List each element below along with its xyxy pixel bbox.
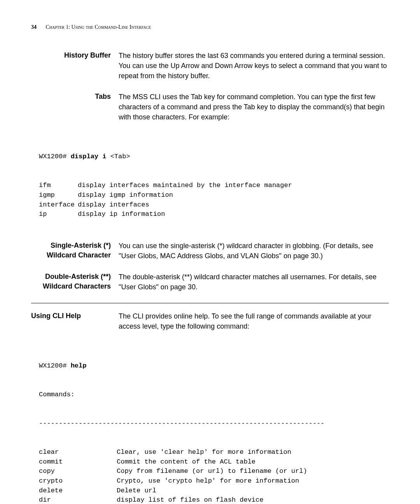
section-body: You can use the single-asterisk (*) wild… — [119, 241, 389, 261]
cli-prompt: WX1200# — [39, 153, 71, 160]
cli-cmd-name: igmp — [39, 191, 78, 200]
cli-cmd-desc: display ip information — [78, 210, 165, 218]
cli-cmd-desc: Copy from filename (or url) to filename … — [117, 467, 307, 475]
section-divider — [31, 303, 389, 303]
cli-cmd-name: ip — [39, 210, 78, 219]
section-body: The double-asterisk (**) wildcard charac… — [119, 272, 389, 292]
cli-output-row: ipdisplay ip information — [39, 210, 389, 219]
cli-key: <Tab> — [110, 153, 130, 160]
page-number: 34 — [31, 24, 37, 30]
section-body: The CLI provides online help. To see the… — [119, 311, 389, 331]
section-tabs: Tabs The MSS CLI uses the Tab key for co… — [31, 92, 389, 122]
cli-cmd-name: clear — [39, 448, 117, 457]
page-header: 34 Chapter 1: Using the Command-Line Int… — [31, 23, 389, 31]
cli-output-row: clearClear, use 'clear help' for more in… — [39, 448, 389, 457]
section-label: History Buffer — [31, 51, 119, 60]
cli-output-row: copyCopy from filename (or url) to filen… — [39, 467, 389, 476]
section-label: Double-Asterisk (**) Wildcard Characters — [31, 272, 119, 291]
help-separator: ----------------------------------------… — [39, 419, 389, 429]
help-commands-label: Commands: — [39, 390, 389, 400]
section-body: The history buffer stores the last 63 co… — [119, 51, 389, 81]
cli-output-row: cryptoCrypto, use 'crypto help' for more… — [39, 476, 389, 486]
cli-cmd-name: interface — [39, 200, 78, 210]
cli-cmd-name: dir — [39, 495, 117, 504]
cli-output-row: ifmdisplay interfaces maintained by the … — [39, 181, 389, 191]
cli-cmd-desc: display list of files on flash device — [117, 496, 263, 504]
cli-cmd-name: delete — [39, 486, 117, 496]
help-code-block: WX1200# help Commands: -----------------… — [39, 342, 389, 504]
cli-output-row: igmpdisplay igmp information — [39, 191, 389, 200]
cli-cmd-desc: Crypto, use 'crypto help' for more infor… — [117, 477, 299, 485]
cli-cmd-name: crypto — [39, 476, 117, 486]
cli-cmd-desc: Commit the content of the ACL table — [117, 458, 256, 466]
cli-cmd-desc: Clear, use 'clear help' for more informa… — [117, 448, 291, 456]
cli-output-row: interfacedisplay interfaces — [39, 200, 389, 210]
cli-cmd-desc: display interfaces maintained by the int… — [78, 182, 292, 189]
cli-output-row: deleteDelete url — [39, 486, 389, 496]
cli-cmd-name: ifm — [39, 181, 78, 191]
cli-prompt: WX1200# — [39, 362, 71, 369]
section-body: The MSS CLI uses the Tab key for command… — [119, 92, 389, 122]
cli-output-row: dirdisplay list of files on flash device — [39, 495, 389, 504]
section-using-cli-help: Using CLI Help The CLI provides online h… — [31, 311, 389, 331]
cli-output-row: commitCommit the content of the ACL tabl… — [39, 457, 389, 467]
cli-cmd-name: copy — [39, 467, 117, 476]
cli-cmd-desc: display igmp information — [78, 191, 173, 199]
cli-cmd-desc: Delete url — [117, 487, 156, 494]
section-label: Tabs — [31, 92, 119, 102]
section-main-heading: Using CLI Help — [31, 311, 119, 321]
section-single-asterisk: Single-Asterisk (*) Wildcard Character Y… — [31, 241, 389, 261]
tabs-code-block: WX1200# display i <Tab> ifmdisplay inter… — [39, 133, 389, 229]
cli-cmd-name: commit — [39, 457, 117, 467]
section-label: Single-Asterisk (*) Wildcard Character — [31, 241, 119, 260]
section-history-buffer: History Buffer The history buffer stores… — [31, 51, 389, 81]
chapter-title: Chapter 1: Using the Command-Line Interf… — [46, 24, 151, 30]
section-double-asterisk: Double-Asterisk (**) Wildcard Characters… — [31, 272, 389, 292]
cli-typed: help — [71, 362, 87, 369]
cli-cmd-desc: display interfaces — [78, 201, 149, 208]
cli-typed: display i — [71, 153, 110, 160]
